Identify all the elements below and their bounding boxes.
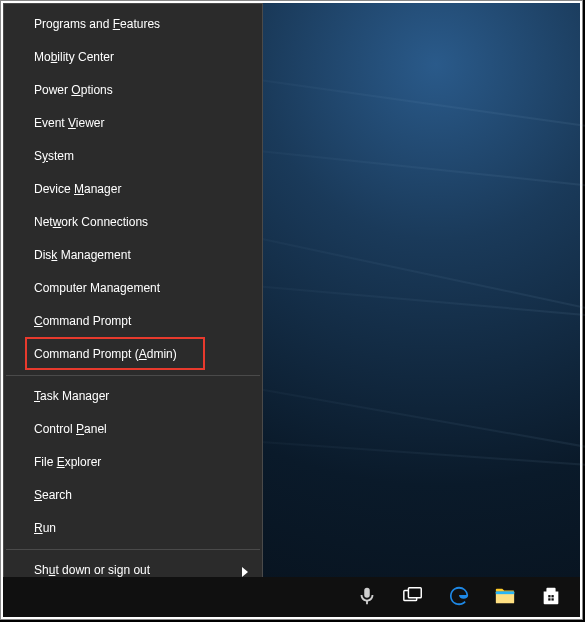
menu-item-label: Event Viewer [34,116,105,130]
menu-item-label: Power Options [34,83,113,97]
menu-item-label: Run [34,521,56,535]
menu-item-label: Programs and Features [34,17,160,31]
menu-item-label: Device Manager [34,182,121,196]
menu-item-label: Command Prompt [34,314,131,328]
svg-rect-5 [551,595,553,597]
menu-item-label: Search [34,488,72,502]
menu-item-command-prompt[interactable]: Command Prompt [4,305,262,338]
menu-item-system[interactable]: System [4,140,262,173]
chevron-right-icon [242,566,248,576]
winx-power-menu[interactable]: Programs and FeaturesMobility CenterPowe… [3,3,263,578]
menu-item-label: File Explorer [34,455,101,469]
mic-icon [356,585,378,610]
menu-item-command-prompt-admin[interactable]: Command Prompt (Admin) [4,338,262,371]
menu-item-event-viewer[interactable]: Event Viewer [4,107,262,140]
menu-item-label: Shut down or sign out [34,563,150,577]
menu-item-label: Task Manager [34,389,109,403]
menu-item-label: System [34,149,74,163]
taskview-icon [402,585,424,610]
menu-item-power-options[interactable]: Power Options [4,74,262,107]
taskbar-cortana-mic[interactable] [344,577,390,617]
menu-item-label: Disk Management [34,248,131,262]
menu-separator [6,375,260,376]
menu-item-task-manager[interactable]: Task Manager [4,380,262,413]
svg-rect-1 [408,587,421,597]
taskbar-edge[interactable] [436,577,482,617]
svg-rect-4 [548,595,550,597]
taskbar-task-view[interactable] [390,577,436,617]
menu-separator [6,549,260,550]
menu-item-disk-management[interactable]: Disk Management [4,239,262,272]
menu-item-label: Command Prompt (Admin) [34,347,177,361]
taskbar-file-explorer[interactable] [482,577,528,617]
svg-rect-3 [496,591,514,594]
menu-item-mobility-center[interactable]: Mobility Center [4,41,262,74]
menu-item-file-explorer[interactable]: File Explorer [4,446,262,479]
menu-item-label: Mobility Center [34,50,114,64]
svg-rect-6 [548,598,550,600]
explorer-icon [494,585,516,610]
taskbar[interactable] [3,577,580,617]
menu-item-programs-and-features[interactable]: Programs and Features [4,8,262,41]
edge-icon [448,585,470,610]
svg-rect-7 [551,598,553,600]
menu-item-device-manager[interactable]: Device Manager [4,173,262,206]
screenshot-frame: Programs and FeaturesMobility CenterPowe… [0,0,583,620]
menu-item-computer-management[interactable]: Computer Management [4,272,262,305]
menu-item-label: Control Panel [34,422,107,436]
taskbar-store[interactable] [528,577,574,617]
menu-item-label: Network Connections [34,215,148,229]
menu-item-search[interactable]: Search [4,479,262,512]
menu-item-control-panel[interactable]: Control Panel [4,413,262,446]
menu-item-run[interactable]: Run [4,512,262,545]
menu-item-label: Computer Management [34,281,160,295]
menu-item-network-connections[interactable]: Network Connections [4,206,262,239]
store-icon [540,585,562,610]
